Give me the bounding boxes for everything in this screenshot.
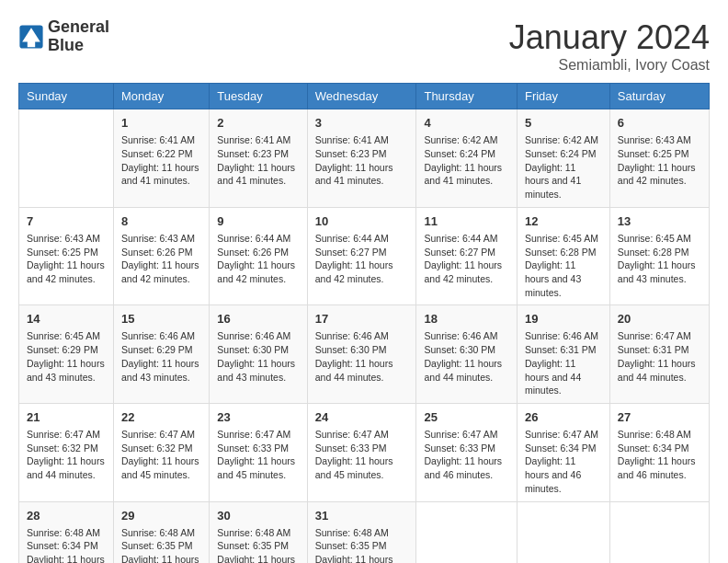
day-number: 20 bbox=[618, 311, 701, 327]
calendar-week-row: 28Sunrise: 6:48 AMSunset: 6:34 PMDayligh… bbox=[19, 501, 710, 563]
cell-content: Sunrise: 6:47 AMSunset: 6:32 PMDaylight:… bbox=[27, 428, 106, 482]
day-number: 18 bbox=[424, 311, 509, 327]
day-of-week-header: Monday bbox=[113, 84, 209, 109]
cell-content: Sunrise: 6:47 AMSunset: 6:34 PMDaylight:… bbox=[525, 428, 602, 495]
day-number: 9 bbox=[217, 213, 299, 230]
day-number: 22 bbox=[121, 409, 201, 426]
calendar-cell: 19Sunrise: 6:46 AMSunset: 6:31 PMDayligh… bbox=[517, 305, 609, 404]
day-number: 11 bbox=[424, 213, 509, 230]
day-number: 6 bbox=[618, 115, 701, 132]
cell-content: Sunrise: 6:43 AMSunset: 6:25 PMDaylight:… bbox=[27, 232, 106, 286]
cell-content: Sunrise: 6:42 AMSunset: 6:24 PMDaylight:… bbox=[525, 133, 602, 201]
calendar-cell: 12Sunrise: 6:45 AMSunset: 6:28 PMDayligh… bbox=[517, 207, 609, 305]
day-of-week-header: Friday bbox=[517, 84, 609, 109]
calendar-week-row: 21Sunrise: 6:47 AMSunset: 6:32 PMDayligh… bbox=[19, 403, 710, 501]
day-number: 31 bbox=[315, 508, 409, 524]
day-number: 5 bbox=[525, 115, 602, 132]
calendar-cell: 3Sunrise: 6:41 AMSunset: 6:23 PMDaylight… bbox=[307, 109, 416, 208]
calendar-cell: 2Sunrise: 6:41 AMSunset: 6:23 PMDaylight… bbox=[210, 109, 307, 208]
calendar-cell: 8Sunrise: 6:43 AMSunset: 6:26 PMDaylight… bbox=[113, 207, 209, 305]
calendar-cell: 10Sunrise: 6:44 AMSunset: 6:27 PMDayligh… bbox=[307, 207, 416, 305]
calendar-cell: 1Sunrise: 6:41 AMSunset: 6:22 PMDaylight… bbox=[113, 109, 209, 208]
cell-content: Sunrise: 6:46 AMSunset: 6:30 PMDaylight:… bbox=[315, 329, 409, 384]
cell-content: Sunrise: 6:44 AMSunset: 6:27 PMDaylight:… bbox=[315, 232, 409, 286]
calendar-cell: 15Sunrise: 6:46 AMSunset: 6:29 PMDayligh… bbox=[113, 305, 209, 404]
calendar-table: SundayMondayTuesdayWednesdayThursdayFrid… bbox=[18, 83, 710, 563]
cell-content: Sunrise: 6:43 AMSunset: 6:26 PMDaylight:… bbox=[121, 232, 201, 286]
calendar-cell: 7Sunrise: 6:43 AMSunset: 6:25 PMDaylight… bbox=[19, 207, 114, 305]
cell-content: Sunrise: 6:41 AMSunset: 6:23 PMDaylight:… bbox=[315, 133, 409, 188]
calendar-cell bbox=[609, 501, 709, 563]
day-of-week-header: Sunday bbox=[19, 84, 114, 109]
location-title: Semiambli, Ivory Coast bbox=[509, 57, 710, 74]
cell-content: Sunrise: 6:47 AMSunset: 6:33 PMDaylight:… bbox=[315, 428, 409, 482]
day-of-week-header: Tuesday bbox=[210, 84, 307, 109]
calendar-cell: 18Sunrise: 6:46 AMSunset: 6:30 PMDayligh… bbox=[416, 305, 518, 404]
cell-content: Sunrise: 6:42 AMSunset: 6:24 PMDaylight:… bbox=[424, 133, 509, 188]
day-number: 15 bbox=[121, 311, 201, 327]
month-title: January 2024 bbox=[509, 18, 710, 57]
calendar-cell: 22Sunrise: 6:47 AMSunset: 6:32 PMDayligh… bbox=[113, 403, 209, 501]
cell-content: Sunrise: 6:48 AMSunset: 6:35 PMDaylight:… bbox=[315, 526, 409, 563]
calendar-week-row: 14Sunrise: 6:45 AMSunset: 6:29 PMDayligh… bbox=[19, 305, 710, 404]
day-number: 26 bbox=[525, 409, 602, 426]
day-number: 3 bbox=[315, 115, 409, 132]
cell-content: Sunrise: 6:47 AMSunset: 6:31 PMDaylight:… bbox=[618, 329, 701, 384]
cell-content: Sunrise: 6:47 AMSunset: 6:32 PMDaylight:… bbox=[121, 428, 201, 482]
day-number: 17 bbox=[315, 311, 409, 327]
day-number: 28 bbox=[27, 508, 106, 524]
calendar-cell bbox=[19, 109, 114, 208]
calendar-week-row: 7Sunrise: 6:43 AMSunset: 6:25 PMDaylight… bbox=[19, 207, 710, 305]
title-area: January 2024 Semiambli, Ivory Coast bbox=[509, 18, 710, 74]
day-number: 1 bbox=[121, 115, 201, 132]
day-number: 12 bbox=[525, 213, 602, 230]
calendar-cell: 31Sunrise: 6:48 AMSunset: 6:35 PMDayligh… bbox=[307, 501, 416, 563]
logo-icon bbox=[18, 24, 44, 50]
day-number: 30 bbox=[217, 508, 299, 524]
day-number: 29 bbox=[121, 508, 201, 524]
cell-content: Sunrise: 6:45 AMSunset: 6:28 PMDaylight:… bbox=[525, 232, 602, 299]
calendar-cell: 17Sunrise: 6:46 AMSunset: 6:30 PMDayligh… bbox=[307, 305, 416, 404]
calendar-cell: 6Sunrise: 6:43 AMSunset: 6:25 PMDaylight… bbox=[609, 109, 709, 208]
day-number: 16 bbox=[217, 311, 299, 327]
calendar-cell: 21Sunrise: 6:47 AMSunset: 6:32 PMDayligh… bbox=[19, 403, 114, 501]
day-number: 8 bbox=[121, 213, 201, 230]
calendar-cell: 16Sunrise: 6:46 AMSunset: 6:30 PMDayligh… bbox=[210, 305, 307, 404]
cell-content: Sunrise: 6:41 AMSunset: 6:23 PMDaylight:… bbox=[217, 133, 299, 188]
calendar-cell: 14Sunrise: 6:45 AMSunset: 6:29 PMDayligh… bbox=[19, 305, 114, 404]
page-header: General Blue January 2024 Semiambli, Ivo… bbox=[18, 18, 710, 74]
cell-content: Sunrise: 6:41 AMSunset: 6:22 PMDaylight:… bbox=[121, 133, 201, 188]
day-number: 25 bbox=[424, 409, 509, 426]
cell-content: Sunrise: 6:47 AMSunset: 6:33 PMDaylight:… bbox=[424, 428, 509, 482]
day-number: 27 bbox=[618, 409, 701, 426]
logo: General Blue bbox=[18, 18, 109, 55]
calendar-cell: 30Sunrise: 6:48 AMSunset: 6:35 PMDayligh… bbox=[210, 501, 307, 563]
calendar-cell: 29Sunrise: 6:48 AMSunset: 6:35 PMDayligh… bbox=[113, 501, 209, 563]
cell-content: Sunrise: 6:47 AMSunset: 6:33 PMDaylight:… bbox=[217, 428, 299, 482]
cell-content: Sunrise: 6:45 AMSunset: 6:28 PMDaylight:… bbox=[618, 232, 701, 286]
logo-text: General Blue bbox=[48, 18, 109, 55]
days-header-row: SundayMondayTuesdayWednesdayThursdayFrid… bbox=[19, 84, 710, 109]
day-number: 14 bbox=[27, 311, 106, 327]
calendar-cell: 27Sunrise: 6:48 AMSunset: 6:34 PMDayligh… bbox=[609, 403, 709, 501]
calendar-cell: 24Sunrise: 6:47 AMSunset: 6:33 PMDayligh… bbox=[307, 403, 416, 501]
calendar-cell: 4Sunrise: 6:42 AMSunset: 6:24 PMDaylight… bbox=[416, 109, 518, 208]
day-number: 2 bbox=[217, 115, 299, 132]
cell-content: Sunrise: 6:48 AMSunset: 6:34 PMDaylight:… bbox=[27, 526, 106, 563]
calendar-cell: 20Sunrise: 6:47 AMSunset: 6:31 PMDayligh… bbox=[609, 305, 709, 404]
day-number: 19 bbox=[525, 311, 602, 327]
day-of-week-header: Wednesday bbox=[307, 84, 416, 109]
cell-content: Sunrise: 6:48 AMSunset: 6:34 PMDaylight:… bbox=[618, 428, 701, 482]
svg-rect-2 bbox=[28, 40, 35, 47]
day-number: 7 bbox=[27, 213, 106, 230]
calendar-cell: 11Sunrise: 6:44 AMSunset: 6:27 PMDayligh… bbox=[416, 207, 518, 305]
calendar-cell bbox=[517, 501, 609, 563]
calendar-cell: 9Sunrise: 6:44 AMSunset: 6:26 PMDaylight… bbox=[210, 207, 307, 305]
cell-content: Sunrise: 6:45 AMSunset: 6:29 PMDaylight:… bbox=[27, 329, 106, 384]
day-number: 10 bbox=[315, 213, 409, 230]
cell-content: Sunrise: 6:48 AMSunset: 6:35 PMDaylight:… bbox=[121, 526, 201, 563]
day-number: 4 bbox=[424, 115, 509, 132]
cell-content: Sunrise: 6:46 AMSunset: 6:30 PMDaylight:… bbox=[424, 329, 509, 384]
cell-content: Sunrise: 6:46 AMSunset: 6:31 PMDaylight:… bbox=[525, 329, 602, 396]
calendar-week-row: 1Sunrise: 6:41 AMSunset: 6:22 PMDaylight… bbox=[19, 109, 710, 208]
